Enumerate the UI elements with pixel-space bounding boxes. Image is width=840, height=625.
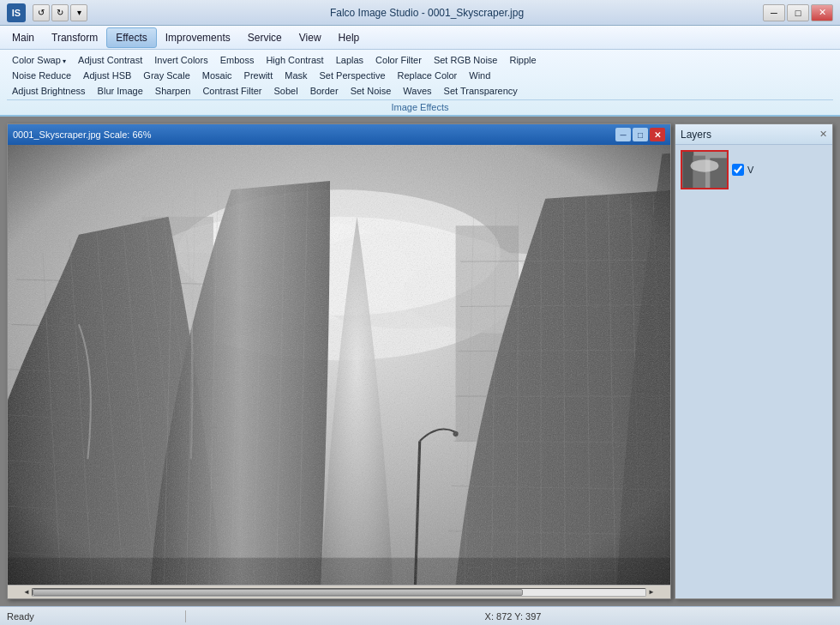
menu-main[interactable]: Main bbox=[3, 28, 43, 47]
redo-button[interactable]: ↻ bbox=[51, 4, 69, 21]
scroll-right-arrow[interactable]: ► bbox=[646, 588, 657, 596]
ribbon-color-filter[interactable]: Color Filter bbox=[370, 53, 427, 67]
status-divider bbox=[185, 610, 186, 622]
svg-rect-50 bbox=[8, 145, 670, 585]
layers-content: V bbox=[675, 145, 832, 598]
ribbon-replace-color[interactable]: Replace Color bbox=[393, 69, 463, 82]
maximize-button[interactable]: □ bbox=[787, 4, 809, 21]
ribbon-blur-image[interactable]: Blur Image bbox=[93, 84, 148, 98]
ribbon-high-contrast[interactable]: High Contrast bbox=[261, 53, 328, 67]
canvas-area[interactable] bbox=[8, 145, 670, 585]
image-titlebar: 0001_Skyscraper.jpg Scale: 66% ─ □ ✕ bbox=[8, 124, 670, 145]
horizontal-scrollbar[interactable]: ◄ ► bbox=[8, 585, 670, 598]
menu-help[interactable]: Help bbox=[330, 28, 369, 47]
dropdown-button[interactable]: ▾ bbox=[70, 4, 87, 21]
image-window: 0001_Skyscraper.jpg Scale: 66% ─ □ ✕ bbox=[7, 123, 671, 599]
image-close-button[interactable]: ✕ bbox=[650, 128, 665, 141]
ribbon-rows: Color Swap Adjust Contrast Invert Colors… bbox=[7, 53, 833, 98]
ribbon-border[interactable]: Border bbox=[305, 84, 344, 98]
status-ready-label: Ready bbox=[7, 611, 178, 622]
undo-redo-group: ↺ ↻ ▾ bbox=[33, 4, 87, 21]
layer-thumb-image bbox=[682, 152, 727, 188]
layer-thumbnail bbox=[681, 150, 729, 189]
ribbon-emboss[interactable]: Emboss bbox=[215, 53, 260, 67]
layers-header: Layers ✕ bbox=[675, 124, 832, 145]
undo-button[interactable]: ↺ bbox=[33, 4, 50, 21]
menu-bar: Main Transform Effects Improvements Serv… bbox=[0, 26, 840, 50]
ribbon-contrast-filter[interactable]: Contrast Filter bbox=[197, 84, 267, 98]
ribbon-row-1: Color Swap Adjust Contrast Invert Colors… bbox=[7, 53, 833, 67]
window-controls: ─ □ ✕ bbox=[763, 4, 833, 21]
ribbon-color-swap[interactable]: Color Swap bbox=[7, 53, 71, 67]
layers-panel: Layers ✕ V bbox=[675, 123, 833, 599]
app-title: Falco Image Studio - 0001_Skyscraper.jpg bbox=[91, 7, 763, 19]
ribbon-noise-reduce[interactable]: Noise Reduce bbox=[7, 69, 76, 82]
ribbon-adjust-brightness[interactable]: Adjust Brightness bbox=[7, 84, 91, 98]
ribbon-gray-scale[interactable]: Gray Scale bbox=[138, 69, 195, 82]
ribbon-section-label: Image Effects bbox=[7, 99, 833, 113]
layer-name-label: V bbox=[747, 165, 753, 175]
minimize-button[interactable]: ─ bbox=[763, 4, 785, 21]
ribbon-set-perspective[interactable]: Set Perspective bbox=[315, 69, 391, 82]
ribbon-waves[interactable]: Waves bbox=[398, 84, 436, 98]
layer-item: V bbox=[681, 150, 827, 189]
ribbon-set-transparency[interactable]: Set Transparency bbox=[439, 84, 523, 98]
ribbon-prewitt[interactable]: Prewitt bbox=[239, 69, 279, 82]
status-coordinates: X: 872 Y: 397 bbox=[193, 611, 833, 622]
ribbon-wind[interactable]: Wind bbox=[464, 69, 495, 82]
image-title: 0001_Skyscraper.jpg Scale: 66% bbox=[13, 129, 615, 140]
menu-view[interactable]: View bbox=[291, 28, 330, 47]
image-minimize-button[interactable]: ─ bbox=[615, 128, 631, 141]
image-window-controls: ─ □ ✕ bbox=[615, 128, 665, 141]
image-canvas bbox=[8, 145, 670, 585]
svg-rect-52 bbox=[682, 152, 693, 188]
ribbon-mosaic[interactable]: Mosaic bbox=[197, 69, 237, 82]
scroll-left-arrow[interactable]: ◄ bbox=[21, 588, 32, 596]
scroll-thumb[interactable] bbox=[33, 589, 523, 596]
scroll-track[interactable] bbox=[32, 588, 646, 597]
ribbon-laplas[interactable]: Laplas bbox=[331, 53, 369, 67]
ribbon: Color Swap Adjust Contrast Invert Colors… bbox=[0, 50, 840, 117]
main-area: 0001_Skyscraper.jpg Scale: 66% ─ □ ✕ bbox=[0, 117, 840, 606]
menu-effects[interactable]: Effects bbox=[106, 27, 156, 48]
ribbon-adjust-contrast[interactable]: Adjust Contrast bbox=[73, 53, 147, 67]
title-bar: IS ↺ ↻ ▾ Falco Image Studio - 0001_Skysc… bbox=[0, 0, 840, 26]
svg-point-55 bbox=[691, 159, 719, 172]
layer-visibility-checkbox[interactable] bbox=[732, 164, 744, 176]
ribbon-mask[interactable]: Mask bbox=[279, 69, 312, 82]
layers-close-button[interactable]: ✕ bbox=[819, 129, 827, 140]
ribbon-row-2: Noise Reduce Adjust HSB Gray Scale Mosai… bbox=[7, 69, 833, 82]
ribbon-sharpen[interactable]: Sharpen bbox=[150, 84, 196, 98]
image-maximize-button[interactable]: □ bbox=[633, 128, 648, 141]
close-button[interactable]: ✕ bbox=[811, 4, 833, 21]
menu-service[interactable]: Service bbox=[239, 28, 291, 47]
menu-improvements[interactable]: Improvements bbox=[157, 28, 239, 47]
ribbon-ripple[interactable]: Ripple bbox=[504, 53, 541, 67]
ribbon-sobel[interactable]: Sobel bbox=[268, 84, 303, 98]
ribbon-adjust-hsb[interactable]: Adjust HSB bbox=[78, 69, 136, 82]
ribbon-set-rgb-noise[interactable]: Set RGB Noise bbox=[429, 53, 503, 67]
ribbon-row-3: Adjust Brightness Blur Image Sharpen Con… bbox=[7, 84, 833, 98]
ribbon-invert-colors[interactable]: Invert Colors bbox=[149, 53, 213, 67]
status-bar: Ready X: 872 Y: 397 bbox=[0, 606, 840, 625]
menu-transform[interactable]: Transform bbox=[43, 28, 106, 47]
ribbon-set-noise[interactable]: Set Noise bbox=[345, 84, 397, 98]
layers-title: Layers bbox=[681, 129, 711, 141]
app-logo: IS bbox=[7, 3, 26, 22]
